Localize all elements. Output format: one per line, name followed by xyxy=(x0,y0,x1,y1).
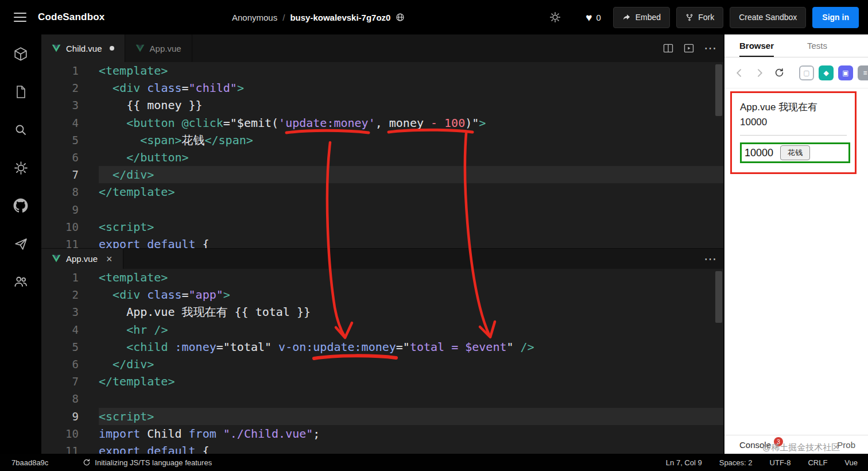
line-number: 1 xyxy=(41,269,79,286)
line-number: 2 xyxy=(41,286,79,303)
line-number: 5 xyxy=(41,338,79,356)
code-line-7[interactable]: 7 </div> xyxy=(41,166,723,183)
tab-app-vue-top[interactable]: App.vue xyxy=(125,34,192,62)
line-number: 3 xyxy=(41,303,79,321)
activity-sidebar xyxy=(0,34,41,454)
tab-app-vue-bottom[interactable]: App.vue × xyxy=(41,249,123,269)
code-line-4[interactable]: 4 <hr /> xyxy=(41,321,723,338)
settings-icon[interactable] xyxy=(11,159,30,177)
code-editor-child-vue[interactable]: 1<template>2 <div class="child">3 {{ mon… xyxy=(41,62,723,248)
code-line-9[interactable]: 9<script> xyxy=(41,408,723,425)
open-new-window-icon[interactable]: ▣ xyxy=(838,65,853,80)
code-line-10[interactable]: 10import Child from "./Child.vue"; xyxy=(41,425,723,442)
console-tab[interactable]: Console xyxy=(739,440,771,450)
more-preview-actions-icon[interactable]: ≡ xyxy=(858,65,868,80)
more-actions-icon[interactable]: ⋯ xyxy=(704,253,716,265)
tab-label: App.vue xyxy=(66,254,98,264)
line-number: 4 xyxy=(41,114,79,132)
code-line-3[interactable]: 3 App.vue 我现在有 {{ total }} xyxy=(41,303,723,321)
vue-icon xyxy=(52,44,61,53)
code-line-1[interactable]: 1<template> xyxy=(41,62,723,79)
code-text: import Child from "./Child.vue"; xyxy=(99,425,723,442)
codesandbox-logo[interactable]: CodeSandbox xyxy=(38,11,105,23)
problems-tab[interactable]: Prob xyxy=(837,440,855,450)
menu-icon[interactable] xyxy=(14,13,26,22)
settings-gear-icon[interactable] xyxy=(547,9,563,25)
code-line-5[interactable]: 5 <child :money="total" v-on:update:mone… xyxy=(41,338,723,356)
responsive-mode-icon[interactable]: ◆ xyxy=(819,65,834,80)
code-line-8[interactable]: 8 xyxy=(41,390,723,407)
editor-actions-bottom: ⋯ xyxy=(704,249,716,269)
editor-area: Child.vue App.vue ⋯ 1<templat xyxy=(41,34,723,454)
tab-tests[interactable]: Tests xyxy=(807,34,827,57)
code-line-5[interactable]: 5 <span>花钱</span> xyxy=(41,132,723,149)
modified-dot-icon xyxy=(110,46,114,51)
code-line-8[interactable]: 8</template> xyxy=(41,183,723,200)
sign-in-button[interactable]: Sign in xyxy=(812,7,859,28)
scrollbar-thumb[interactable] xyxy=(715,271,722,323)
line-number: 11 xyxy=(41,442,79,454)
back-icon[interactable] xyxy=(734,67,745,79)
create-sandbox-button[interactable]: Create Sandbox xyxy=(730,7,806,28)
code-line-9[interactable]: 9 xyxy=(41,201,723,218)
code-line-11[interactable]: 11export default { xyxy=(41,442,723,454)
code-line-10[interactable]: 10<script> xyxy=(41,218,723,235)
split-editor-icon[interactable] xyxy=(662,43,674,54)
embed-button[interactable]: Embed xyxy=(613,7,670,28)
code-text: </div> xyxy=(99,166,723,183)
preview-navbar: ▢ ◆ ▣ ≡ xyxy=(724,57,868,88)
tab-browser[interactable]: Browser xyxy=(739,34,774,57)
code-line-6[interactable]: 6 </button> xyxy=(41,149,723,166)
open-preview-icon[interactable] xyxy=(683,43,695,54)
forward-icon[interactable] xyxy=(754,67,765,79)
search-icon[interactable] xyxy=(11,121,30,139)
code-text: <template> xyxy=(99,62,723,79)
breadcrumb-owner[interactable]: Anonymous xyxy=(232,13,277,22)
like-count: 0 xyxy=(596,13,600,22)
indentation[interactable]: Spaces: 2 xyxy=(719,458,753,467)
commit-hash[interactable]: 7baad8a9c xyxy=(11,458,48,467)
code-text: <span>花钱</span> xyxy=(99,132,723,149)
more-actions-icon[interactable]: ⋯ xyxy=(704,42,716,55)
like-button[interactable]: ♥ 0 xyxy=(586,12,601,23)
app-output-frame: App.vue 我现在有 10000 10000 花钱 xyxy=(730,91,857,174)
github-icon[interactable] xyxy=(11,196,30,215)
scrollbar-thumb[interactable] xyxy=(715,64,722,116)
close-tab-icon[interactable]: × xyxy=(106,254,113,264)
tab-strip-bottom: App.vue × ⋯ xyxy=(41,248,723,269)
globe-icon[interactable] xyxy=(396,13,405,22)
code-line-2[interactable]: 2 <div class="child"> xyxy=(41,79,723,96)
deploy-icon[interactable] xyxy=(11,234,30,253)
breadcrumb-sandbox-name[interactable]: busy-kowalevski-7g7oz0 xyxy=(290,13,390,22)
line-number: 5 xyxy=(41,132,79,149)
encoding[interactable]: UTF-8 xyxy=(770,458,791,467)
fork-button[interactable]: Fork xyxy=(676,7,723,28)
tab-child-vue[interactable]: Child.vue xyxy=(41,34,125,62)
code-text: </button> xyxy=(99,149,723,166)
code-line-4[interactable]: 4 <button @click="$emit('update:money', … xyxy=(41,114,723,132)
spend-money-button[interactable]: 花钱 xyxy=(780,145,810,160)
refresh-icon[interactable] xyxy=(774,67,785,78)
code-editor-app-vue[interactable]: 1<template>2 <div class="app">3 App.vue … xyxy=(41,269,723,454)
eol-sequence[interactable]: CRLF xyxy=(808,458,827,467)
tab-label: App.vue xyxy=(150,44,181,53)
open-editor-icon[interactable]: ▢ xyxy=(799,65,814,80)
line-number: 7 xyxy=(41,373,79,390)
code-line-6[interactable]: 6 </div> xyxy=(41,356,723,373)
language-mode[interactable]: Vue xyxy=(844,458,858,467)
code-line-3[interactable]: 3 {{ money }} xyxy=(41,96,723,114)
code-line-7[interactable]: 7</template> xyxy=(41,373,723,390)
topbar-actions: ♥ 0 Embed Fork Create Sandbox Sign in xyxy=(547,0,859,34)
files-icon[interactable] xyxy=(11,83,30,101)
code-text: export default { xyxy=(99,235,723,248)
code-text: </div> xyxy=(99,356,723,373)
code-line-1[interactable]: 1<template> xyxy=(41,269,723,286)
sandbox-cube-icon[interactable] xyxy=(11,45,30,63)
line-number: 9 xyxy=(41,408,79,425)
code-line-2[interactable]: 2 <div class="app"> xyxy=(41,286,723,303)
line-number: 8 xyxy=(41,390,79,407)
code-text: </template> xyxy=(99,183,723,200)
code-line-11[interactable]: 11export default { xyxy=(41,235,723,248)
cursor-position[interactable]: Ln 7, Col 9 xyxy=(666,458,702,467)
collaborators-icon[interactable] xyxy=(11,272,30,291)
